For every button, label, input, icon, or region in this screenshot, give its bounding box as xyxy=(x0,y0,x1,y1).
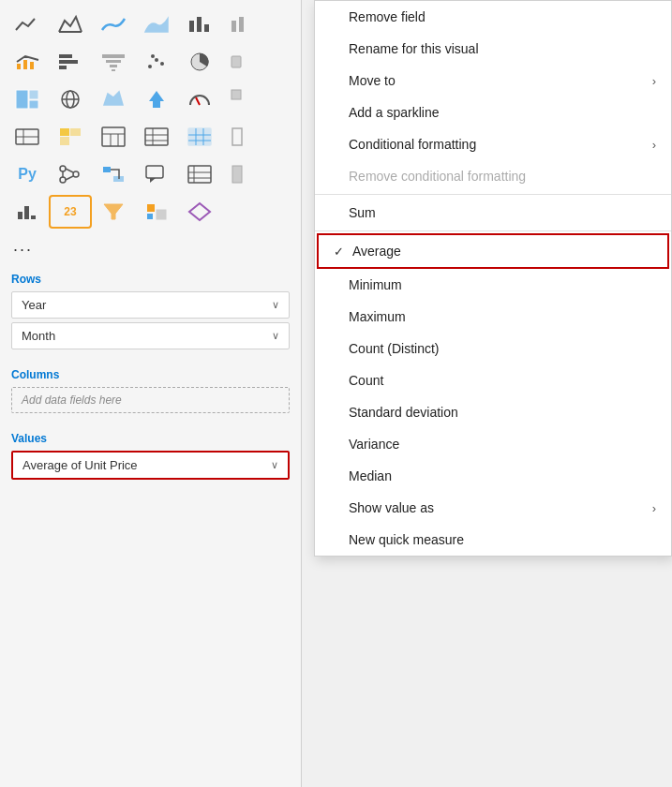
more-charts-icon[interactable] xyxy=(221,7,264,41)
treemap-icon[interactable] xyxy=(6,82,49,116)
speech-bubble-icon[interactable] xyxy=(135,157,178,191)
move-to-label: Move to xyxy=(349,73,652,88)
menu-item-conditional-formatting[interactable]: Conditional formatting› xyxy=(315,128,671,160)
menu-item-std-dev[interactable]: Standard deviation xyxy=(315,396,671,428)
gauge-icon[interactable] xyxy=(178,82,221,116)
menu-item-show-value-as[interactable]: Show value as› xyxy=(315,492,671,524)
menu-item-new-quick-measure[interactable]: New quick measure xyxy=(315,524,671,556)
sum-label: Sum xyxy=(349,205,656,220)
arrow-up-icon[interactable] xyxy=(135,82,178,116)
std-dev-label: Standard deviation xyxy=(349,405,656,420)
count-label: Count xyxy=(349,373,656,388)
funnel-icon[interactable] xyxy=(92,45,135,79)
list-chart-icon[interactable] xyxy=(178,157,221,191)
map-pin-icon[interactable] xyxy=(135,195,178,229)
svg-rect-30 xyxy=(231,90,241,99)
year-label: Year xyxy=(22,298,46,312)
area-chart-icon[interactable] xyxy=(135,7,178,41)
matrix-icon-b[interactable] xyxy=(92,120,135,154)
table-icon[interactable] xyxy=(135,120,178,154)
svg-rect-13 xyxy=(106,60,121,63)
more-dots[interactable]: ... xyxy=(6,232,295,260)
svg-rect-69 xyxy=(147,204,155,212)
svg-point-18 xyxy=(160,62,164,66)
more-charts-5-icon[interactable] xyxy=(221,157,264,191)
globe-icon[interactable] xyxy=(49,82,92,116)
svg-rect-23 xyxy=(29,90,38,99)
pie-chart-icon[interactable] xyxy=(178,45,221,79)
svg-rect-22 xyxy=(16,90,28,109)
more-charts-3-icon[interactable] xyxy=(221,82,264,116)
show-value-as-label: Show value as xyxy=(349,500,652,515)
svg-rect-8 xyxy=(30,62,34,69)
move-to-arrow-icon: › xyxy=(652,74,656,88)
month-chevron-icon: ∨ xyxy=(272,330,279,342)
filled-map-icon[interactable] xyxy=(92,82,135,116)
svg-rect-41 xyxy=(145,128,168,145)
table-grid-icon[interactable] xyxy=(178,120,221,154)
month-label: Month xyxy=(22,329,55,343)
svg-point-19 xyxy=(151,54,155,58)
rows-section: Rows Year ∨ Month ∨ xyxy=(0,263,301,359)
svg-rect-65 xyxy=(232,166,242,183)
menu-item-move-to[interactable]: Move to› xyxy=(315,65,671,97)
icon-row-2 xyxy=(6,45,295,79)
values-section: Values Average of Unit Price ∨ xyxy=(0,423,301,489)
svg-rect-5 xyxy=(239,17,244,32)
svg-rect-1 xyxy=(189,21,194,32)
average-unit-price-pill[interactable]: Average of Unit Price ∨ xyxy=(11,451,290,480)
mountain-chart-icon[interactable] xyxy=(49,7,92,41)
horizontal-bar-icon[interactable] xyxy=(49,45,92,79)
rows-label: Rows xyxy=(11,273,290,286)
menu-item-add-sparkline[interactable]: Add a sparkline xyxy=(315,97,671,128)
conditional-formatting-label: Conditional formatting xyxy=(349,137,652,152)
year-chevron-icon: ∨ xyxy=(272,299,279,311)
average-unit-price-label: Average of Unit Price xyxy=(22,458,138,472)
menu-item-variance[interactable]: Variance xyxy=(315,428,671,460)
context-menu: Remove fieldRename for this visualMove t… xyxy=(314,0,672,557)
add-columns-placeholder[interactable]: Add data fields here xyxy=(11,387,290,413)
menu-item-rename-visual[interactable]: Rename for this visual xyxy=(315,33,671,65)
more-charts-4-icon[interactable] xyxy=(221,120,264,154)
svg-rect-3 xyxy=(204,24,209,32)
menu-item-median[interactable]: Median xyxy=(315,460,671,492)
python-icon[interactable]: Py xyxy=(6,157,49,191)
line-chart-icon[interactable] xyxy=(6,7,49,41)
svg-rect-71 xyxy=(157,210,166,219)
svg-rect-36 xyxy=(60,137,69,145)
svg-line-56 xyxy=(66,169,73,172)
filter-flow-icon[interactable] xyxy=(92,195,135,229)
remove-field-label: Remove field xyxy=(349,9,656,24)
menu-item-count-distinct[interactable]: Count (Distinct) xyxy=(315,333,671,364)
svg-point-52 xyxy=(60,177,66,183)
svg-rect-2 xyxy=(197,17,202,32)
svg-rect-61 xyxy=(188,166,211,183)
icon-row-3 xyxy=(6,82,295,116)
menu-item-average[interactable]: ✓Average xyxy=(317,233,669,269)
svg-point-53 xyxy=(73,171,79,177)
average-label: Average xyxy=(352,244,652,259)
flow-icon[interactable] xyxy=(49,157,92,191)
diamond-icon[interactable] xyxy=(178,195,221,229)
smooth-line-icon[interactable] xyxy=(92,7,135,41)
transform-icon[interactable] xyxy=(92,157,135,191)
kpi-icon[interactable] xyxy=(6,120,49,154)
bar-chart-icon[interactable] xyxy=(178,7,221,41)
combo-chart-icon[interactable] xyxy=(6,45,49,79)
month-field-pill[interactable]: Month ∨ xyxy=(11,322,290,349)
more-charts-2-icon[interactable] xyxy=(221,45,264,79)
svg-rect-9 xyxy=(59,54,72,58)
matrix-icon-a[interactable] xyxy=(49,120,92,154)
svg-rect-34 xyxy=(60,128,69,136)
menu-item-maximum[interactable]: Maximum xyxy=(315,301,671,333)
scatter-icon[interactable] xyxy=(135,45,178,79)
year-field-pill[interactable]: Year ∨ xyxy=(11,291,290,319)
menu-item-remove-field[interactable]: Remove field xyxy=(315,1,671,33)
small-bar-icon[interactable] xyxy=(6,195,49,229)
menu-item-sum[interactable]: Sum xyxy=(315,197,671,229)
menu-item-minimum[interactable]: Minimum xyxy=(315,269,671,301)
show-value-as-arrow-icon: › xyxy=(652,501,656,515)
svg-line-29 xyxy=(196,97,200,105)
badge-23-icon[interactable]: 23 xyxy=(49,195,92,229)
menu-item-count[interactable]: Count xyxy=(315,364,671,396)
